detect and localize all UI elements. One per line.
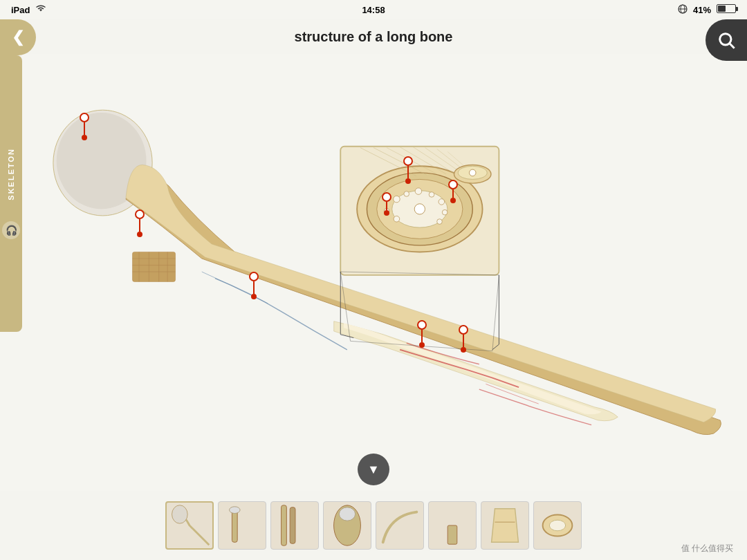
- pin-circle-8: [459, 325, 468, 335]
- pin-bottom-6: [384, 210, 389, 216]
- battery-percent: 41%: [693, 5, 711, 15]
- wifi-icon: [35, 5, 46, 15]
- pin-stem-3: [253, 281, 255, 294]
- svg-point-21: [394, 216, 400, 222]
- pin-stem-4: [407, 166, 409, 178]
- svg-line-4: [730, 44, 734, 48]
- svg-point-14: [394, 196, 400, 203]
- pin-circle-3: [249, 272, 259, 281]
- thumbnail-4[interactable]: [323, 501, 371, 550]
- svg-point-15: [404, 192, 409, 197]
- status-bar: iPad 14:58 41%: [0, 0, 747, 19]
- svg-rect-39: [448, 525, 457, 544]
- sidebar: skeleton 🎧: [0, 55, 22, 332]
- sidebar-label: skeleton: [7, 148, 15, 200]
- pin-bottom-8: [461, 347, 466, 353]
- status-time: 14:58: [362, 5, 385, 15]
- main-content: [0, 54, 747, 463]
- pin-marker-6[interactable]: [382, 192, 391, 216]
- pin-stem-1: [84, 122, 86, 135]
- svg-point-33: [230, 507, 241, 514]
- battery-icon: [717, 4, 736, 15]
- svg-point-37: [339, 507, 355, 521]
- svg-point-17: [429, 192, 434, 198]
- pin-marker-2[interactable]: [135, 209, 145, 237]
- svg-point-18: [439, 199, 445, 205]
- pin-circle-4: [403, 156, 413, 166]
- pin-marker-8[interactable]: [459, 325, 468, 353]
- pin-bottom-2: [137, 232, 142, 237]
- thumbnail-6[interactable]: [428, 501, 477, 550]
- device-label: iPad: [11, 5, 30, 15]
- svg-rect-32: [232, 509, 237, 543]
- pin-stem-5: [452, 189, 454, 198]
- thumbnail-8[interactable]: [533, 501, 582, 550]
- pin-bottom-1: [82, 135, 87, 140]
- thumbnail-strip: [0, 491, 747, 560]
- pin-marker-3[interactable]: [249, 272, 259, 299]
- globe-icon: [678, 4, 688, 16]
- page-title-text: structure of a long bone: [295, 29, 453, 45]
- pin-circle-7: [417, 320, 427, 330]
- pin-bottom-3: [251, 294, 257, 299]
- bone-illustration: [0, 54, 747, 463]
- pin-bottom-4: [405, 178, 411, 184]
- svg-point-31: [172, 505, 188, 523]
- pin-circle-2: [135, 209, 145, 219]
- svg-point-3: [720, 34, 731, 45]
- back-button[interactable]: [0, 19, 36, 55]
- search-icon: [717, 30, 736, 50]
- headphones-icon[interactable]: 🎧: [2, 221, 20, 239]
- thumbnail-5[interactable]: [376, 501, 424, 550]
- thumbnail-7[interactable]: [481, 501, 529, 550]
- svg-rect-35: [290, 507, 295, 543]
- pin-circle-1: [80, 113, 89, 122]
- thumbnail-2[interactable]: [218, 501, 266, 550]
- pin-bottom-7: [419, 342, 425, 348]
- svg-point-26: [469, 169, 476, 176]
- pin-marker-4[interactable]: [403, 156, 413, 184]
- search-button[interactable]: [706, 19, 747, 61]
- scroll-down-button[interactable]: ▼: [358, 454, 389, 485]
- pin-bottom-5: [450, 198, 456, 203]
- pin-stem-2: [139, 219, 141, 232]
- svg-point-16: [415, 188, 422, 195]
- pin-marker-1[interactable]: [80, 113, 89, 140]
- scroll-arrow-icon: ▼: [367, 463, 380, 477]
- status-left: iPad: [11, 5, 46, 15]
- pin-circle-5: [448, 180, 458, 189]
- branding-text: 值 什么值得买: [681, 543, 733, 554]
- thumbnail-1[interactable]: [165, 501, 214, 550]
- pin-stem-8: [463, 335, 465, 347]
- svg-rect-34: [282, 505, 287, 545]
- pin-marker-7[interactable]: [417, 320, 427, 348]
- pin-stem-6: [386, 202, 388, 210]
- page-title: structure of a long bone: [0, 19, 747, 54]
- svg-point-20: [437, 219, 443, 225]
- thumbnail-3[interactable]: [270, 501, 319, 550]
- svg-point-42: [549, 520, 565, 531]
- pin-stem-7: [421, 330, 423, 342]
- pin-circle-6: [382, 192, 391, 202]
- svg-point-19: [442, 209, 448, 215]
- status-right: 41%: [678, 4, 736, 16]
- svg-point-23: [414, 204, 425, 214]
- pin-marker-5[interactable]: [448, 180, 458, 203]
